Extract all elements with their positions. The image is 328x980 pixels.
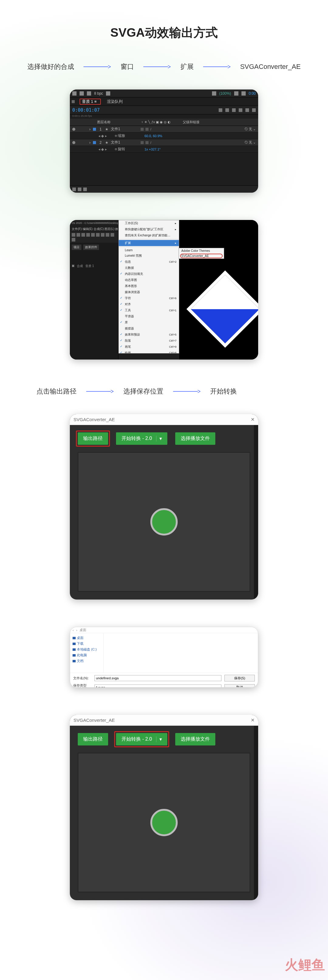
screenshot-save-dialog: ‹ › 桌面 桌面下载本地磁盘 (C:)此电脑文档 文件名(N): 保存(S) …: [70, 627, 258, 687]
marker-icon[interactable]: [226, 108, 229, 112]
arrow-icon: [173, 390, 200, 393]
panel-icon: [72, 100, 75, 103]
effect-controls-tab[interactable]: 效果控件: [83, 245, 99, 250]
panel-title: SVGAConverter_AE: [74, 718, 115, 723]
output-path-button[interactable]: 输出路径: [78, 432, 108, 445]
property-row[interactable]: ◂ ◆ ▸ ⌾ 缩放 60.0, 60.9%: [70, 133, 258, 139]
start-convert-button[interactable]: 开始转换 - 2.0 ▾: [116, 432, 167, 445]
menu-item[interactable]: 平滑器: [119, 313, 179, 320]
screenshot-ae-window-menu: cts 2020 - C:\Users\88888888\Desktop\示例模…: [70, 220, 258, 360]
file-list[interactable]: [104, 633, 258, 673]
sidebar-item[interactable]: 本地磁盘 (C:): [73, 647, 101, 652]
menu-item[interactable]: 动态草图: [119, 277, 179, 283]
toggle-icon[interactable]: [78, 188, 82, 191]
comp-name[interactable]: 音质 1: [85, 264, 94, 268]
sidebar-item[interactable]: 桌面: [73, 635, 101, 641]
menu-item[interactable]: ✓画笔Ctrl+9: [119, 344, 179, 350]
view-icon: [234, 91, 238, 95]
screenshot-svgaconverter-panel-2: SVGAConverter_AE × 输出路径 开始转换 - 2.0 ▾ 选择播…: [70, 715, 258, 900]
start-convert-button[interactable]: 开始转换 - 2.0 ▾: [116, 733, 167, 746]
prop-name: ⌾ 旋转: [115, 146, 142, 152]
project-tab[interactable]: 项目: [72, 245, 82, 250]
menu-item[interactable]: ✓字符Ctrl+6: [119, 295, 179, 301]
prop-value[interactable]: 1x +327.1°: [144, 148, 161, 151]
breadcrumb[interactable]: 桌面: [80, 628, 86, 632]
filename-label: 文件名(N):: [73, 676, 91, 681]
composition-tab[interactable]: 音质 1 ≡: [79, 98, 99, 105]
panel-title: SVGAConverter_AE: [74, 417, 115, 422]
menu-item[interactable]: Lumetri 范围: [119, 253, 179, 259]
filetype-select[interactable]: [94, 684, 221, 688]
timecode[interactable]: 0:00:01:07: [72, 107, 99, 113]
prop-value[interactable]: 60.0, 60.9%: [144, 134, 163, 138]
tool-palette[interactable]: [70, 232, 118, 243]
render-queue-tab[interactable]: 渲染队列: [104, 98, 126, 105]
select-play-file-button[interactable]: 选择播放文件: [175, 432, 215, 445]
menu-item[interactable]: ✓信息Ctrl+2: [119, 259, 179, 265]
menu-item[interactable]: ✓对齐: [119, 301, 179, 307]
save-button[interactable]: 保存(S): [224, 675, 255, 681]
menu-item[interactable]: 工作区(S)▸: [119, 220, 179, 226]
nav-fwd-icon[interactable]: ›: [76, 628, 77, 632]
menu-item[interactable]: ✓绘画Ctrl+8: [119, 350, 179, 353]
menu-item[interactable]: 将快捷键分配给"默认"工作区▸: [119, 226, 179, 232]
menu-item[interactable]: Learn: [119, 248, 179, 253]
close-icon[interactable]: ×: [251, 717, 254, 724]
flow2-step3: 开始转换: [210, 387, 237, 396]
shy-icon[interactable]: [239, 108, 242, 112]
search-icon[interactable]: [219, 108, 222, 112]
screenshot-svgaconverter-panel-1: SVGAConverter_AE × 输出路径 开始转换 - 2.0 ▾ 选择播…: [70, 414, 258, 600]
arrow-icon: [143, 65, 171, 68]
sidebar-item[interactable]: 此电脑: [73, 652, 101, 658]
submenu-item[interactable]: Adobe Color Themes: [179, 248, 224, 253]
keyframe-nav[interactable]: ◂ ◆ ▸: [98, 147, 107, 151]
dropdown-icon[interactable]: ▾: [156, 436, 162, 441]
layer-row[interactable]: › 1 ★ 文件1 / ◎ 无 ⌄: [70, 126, 258, 133]
menu-item[interactable]: ✓效果和预设Ctrl+5: [119, 332, 179, 338]
motion-blur-icon[interactable]: [252, 108, 256, 112]
select-play-file-button[interactable]: 选择播放文件: [175, 733, 215, 746]
arrow-icon: [83, 65, 111, 68]
menu-item[interactable]: 媒体浏览器: [119, 289, 179, 295]
sidebar-item[interactable]: 文档: [73, 658, 101, 664]
highlight-ring: [80, 99, 101, 105]
menu-item[interactable]: 基本图形: [119, 283, 179, 289]
menu-item[interactable]: ✓段落Ctrl+7: [119, 338, 179, 344]
filename-input[interactable]: [94, 675, 221, 681]
menu-item[interactable]: ✓库: [119, 320, 179, 326]
sidebar-item[interactable]: 下载: [73, 641, 101, 647]
window-menu[interactable]: 工作区(S)▸将快捷键分配给"默认"工作区▸查找有关 Exchange 的扩展功…: [118, 220, 179, 353]
nav-back-icon[interactable]: ‹: [73, 628, 74, 632]
menu-item[interactable]: 元数据: [119, 265, 179, 271]
menu-item[interactable]: 扩展▸: [119, 240, 179, 246]
graph-icon[interactable]: [232, 108, 236, 112]
output-path-button[interactable]: 输出路径: [78, 733, 108, 746]
flow1-step3: 扩展: [181, 62, 194, 71]
layer-name: 文件1: [111, 140, 138, 145]
keyframe-nav[interactable]: ◂ ◆ ▸: [98, 134, 107, 138]
flow1-step1: 选择做好的合成: [27, 62, 74, 71]
menubar[interactable]: 文件(F) 编辑(E) 合成(C) 图层(L) 效果(T) 动画(A) 视图(V…: [70, 226, 118, 232]
toggle-icon[interactable]: [72, 188, 76, 191]
menu-item[interactable]: ✓工具Ctrl+1: [119, 307, 179, 313]
arrow-icon: [86, 390, 114, 393]
sidebar[interactable]: 桌面下载本地磁盘 (C:)此电脑文档: [70, 633, 104, 673]
eye-icon[interactable]: [72, 128, 75, 131]
cancel-button[interactable]: 取消: [224, 684, 255, 688]
trash-icon: [106, 91, 110, 95]
close-icon[interactable]: ×: [251, 416, 254, 423]
layer-row[interactable]: › 2 ★ 文件1 / ◎ 无 ⌄: [70, 139, 258, 146]
eye-icon[interactable]: [72, 141, 75, 144]
fx-icon[interactable]: [245, 108, 249, 112]
highlight-ring: [114, 731, 169, 747]
extensions-submenu[interactable]: Adobe Color Themes SVGAConverter_AE: [179, 248, 224, 259]
menu-item[interactable]: 摇摆器: [119, 326, 179, 332]
toggle-icon[interactable]: [83, 188, 87, 191]
menu-item[interactable]: 查找有关 Exchange 的扩展功能…: [119, 232, 179, 239]
menu-item[interactable]: ✓内容识别填充: [119, 271, 179, 277]
flow-steps-2: 点击输出路径 选择保存位置 开始转换: [27, 387, 301, 396]
submenu-item-svgaconverter[interactable]: SVGAConverter_AE: [179, 253, 224, 258]
star-icon: ★: [105, 127, 109, 131]
highlight-ring: [76, 431, 110, 447]
property-row[interactable]: ◂ ◆ ▸ ⌾ 旋转 1x +327.1°: [70, 146, 258, 153]
